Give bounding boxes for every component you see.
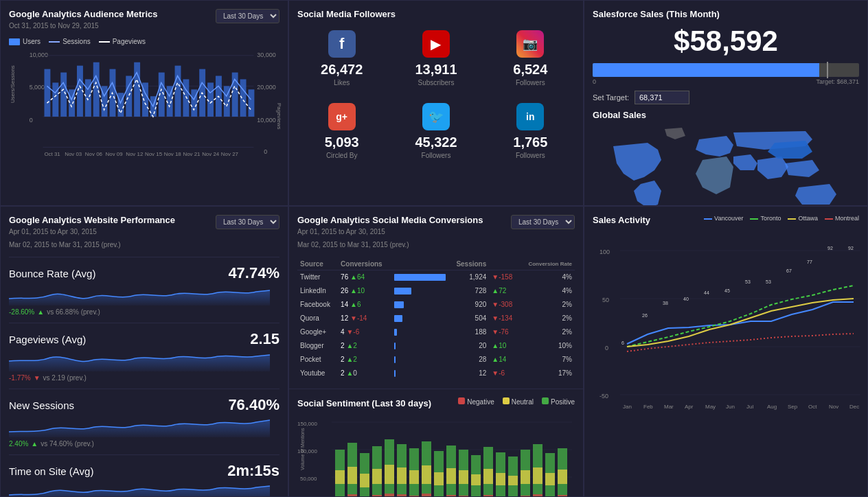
svg-text:92: 92: [827, 246, 833, 251]
svg-text:Nov 27: Nov 27: [221, 151, 238, 157]
svg-rect-114: [558, 470, 567, 484]
svg-text:Jan: Jan: [623, 404, 632, 410]
table-row: LinkedIn 26 ▲10 728 ▲72 4%: [297, 284, 575, 298]
conversions-dropdown[interactable]: Last 30 Days: [511, 215, 575, 229]
svg-text:Mar: Mar: [664, 404, 674, 410]
svg-rect-90: [459, 470, 468, 484]
svg-rect-72: [385, 465, 394, 484]
svg-text:Feb: Feb: [643, 404, 653, 410]
googleplus-icon: g+: [328, 103, 356, 130]
svg-text:-50: -50: [599, 393, 608, 400]
legend-users: Users: [9, 38, 41, 45]
instagram-count: 6,524: [489, 62, 572, 78]
legend-vancouver: Vancouver: [704, 215, 743, 222]
table-row: Facebook 14 ▲6 920 ▼-308 2%: [297, 298, 575, 312]
svg-text:Nov 18: Nov 18: [164, 151, 182, 157]
set-target-input[interactable]: [635, 91, 689, 104]
svg-text:May: May: [705, 404, 716, 410]
svg-text:Volume of Mentions: Volume of Mentions: [300, 428, 305, 470]
svg-text:10,000: 10,000: [30, 51, 48, 58]
youtube-count: 13,911: [394, 62, 477, 78]
social-item-facebook: f 26,472 Likes: [297, 25, 386, 92]
table-row: Pocket 2 ▲2 28 ▲14 7%: [297, 353, 575, 367]
social-followers-panel: Social Media Followers f 26,472 Likes ▶ …: [288, 0, 584, 206]
svg-rect-70: [372, 495, 382, 496]
conversions-prev-date: Mar 02, 2015 to Mar 31, 2015 (prev.): [297, 241, 483, 248]
table-row: Blogger 2 ▲2 20 ▲10 10%: [297, 339, 575, 353]
youtube-icon: ▶: [422, 30, 450, 58]
world-map: [593, 126, 860, 206]
bounce-rate-sparkline: [9, 285, 270, 305]
global-sales-title: Global Sales: [593, 110, 859, 120]
svg-rect-37: [240, 79, 247, 116]
time-sparkline: [9, 483, 270, 497]
svg-text:92: 92: [848, 246, 854, 251]
table-row: Youtube 2 ▲0 12 ▼-6 17%: [297, 367, 575, 380]
performance-date: Apr 01, 2015 to Apr 30, 2015: [9, 228, 175, 235]
sentiment-chart: 150,000 100,000 50,000 0 Volume of Menti…: [297, 415, 572, 496]
svg-text:45: 45: [724, 288, 730, 293]
svg-text:Sep: Sep: [788, 404, 798, 410]
svg-rect-64: [347, 494, 357, 496]
set-target-row: Set Target:: [593, 91, 859, 104]
progress-label-left: 0: [593, 78, 596, 85]
svg-text:Aug: Aug: [767, 404, 777, 410]
performance-panel: Google Analytics Website Performance Apr…: [0, 206, 288, 497]
svg-text:30,000: 30,000: [257, 51, 275, 58]
ga-audience-panel: Google Analytics Audience Metrics Oct 31…: [0, 0, 288, 206]
svg-rect-97: [483, 495, 493, 496]
svg-rect-73: [385, 494, 394, 496]
svg-rect-75: [397, 467, 407, 484]
svg-rect-78: [409, 470, 419, 484]
svg-text:Pageviews: Pageviews: [276, 103, 282, 129]
pageviews-sparkline: [9, 351, 270, 371]
svg-rect-81: [422, 465, 431, 484]
svg-text:Nov 15: Nov 15: [145, 151, 163, 157]
svg-text:Jul: Jul: [746, 404, 753, 410]
col-sess-change: [489, 258, 518, 270]
col-conv-bar: [391, 258, 448, 270]
twitter-label: Followers: [394, 152, 477, 159]
conversions-tbody: Twitter 76 ▲64 1,924 ▼-158 4% LinkedIn 2…: [297, 270, 575, 380]
sales-activity-panel: Sales Activity Vancouver Toronto Ottawa …: [584, 206, 868, 497]
svg-text:Nov: Nov: [829, 404, 838, 410]
svg-rect-102: [508, 476, 518, 485]
svg-text:38: 38: [663, 301, 668, 305]
progress-labels: 0 Target: $68,371: [593, 78, 859, 85]
col-rate: Conversion Rate: [518, 258, 575, 270]
svg-text:77: 77: [807, 259, 812, 264]
svg-rect-15: [60, 73, 67, 117]
social-followers-title: Social Media Followers: [297, 9, 575, 19]
svg-text:6: 6: [621, 340, 624, 345]
svg-rect-69: [372, 469, 382, 484]
metric-bounce-rate: Bounce Rate (Avg) 47.74% -28.60% ▲ vs 66…: [9, 257, 279, 323]
performance-header: Google Analytics Website Performance Apr…: [9, 215, 279, 254]
svg-rect-30: [183, 79, 189, 116]
instagram-label: Followers: [489, 79, 572, 86]
sales-activity-chart: 100 50 0 -50 6 26 38 40 44 45 53 53 67 7…: [593, 233, 860, 474]
svg-rect-19: [93, 62, 100, 117]
metric-pageviews: Pageviews (Avg) 2.15 -1.77% ▼ vs 2.19 (p…: [9, 323, 279, 389]
sales-amount: $58,592: [593, 25, 859, 58]
sentiment-title: Social Sentiment (Last 30 days): [297, 398, 431, 408]
svg-text:100: 100: [599, 248, 610, 255]
new-sessions-sparkline: [9, 417, 270, 437]
svg-text:Dec: Dec: [849, 404, 859, 410]
social-item-twitter: 🐦 45,322 Followers: [391, 97, 480, 165]
svg-text:150,000: 150,000: [297, 421, 317, 427]
target-line: [827, 62, 828, 78]
googleplus-label: Circled By: [300, 152, 383, 159]
new-sessions-change: 2.40% ▲ vs 74.60% (prev.): [9, 440, 279, 448]
svg-text:0: 0: [30, 117, 33, 124]
conversions-panel: Google Analytics Social Media Conversion…: [289, 207, 583, 389]
sales-activity-legend: Vancouver Toronto Ottawa Montreal: [704, 215, 859, 222]
salesforce-title: Salesforce Sales (This Month): [593, 9, 859, 19]
svg-rect-84: [434, 472, 444, 485]
svg-text:Oct: Oct: [808, 404, 817, 410]
svg-text:Nov 09: Nov 09: [106, 151, 124, 157]
linkedin-count: 1,765: [489, 135, 572, 150]
performance-dropdown[interactable]: Last 30 Days: [216, 215, 279, 229]
svg-text:53: 53: [766, 279, 771, 284]
ga-audience-dropdown[interactable]: Last 30 Days: [216, 9, 279, 23]
svg-text:Nov 21: Nov 21: [183, 151, 201, 157]
